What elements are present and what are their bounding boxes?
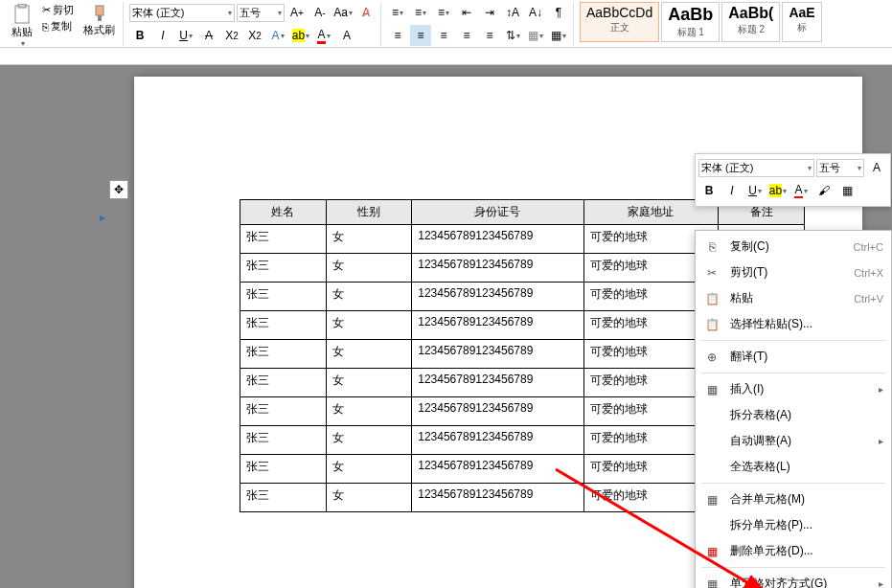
mini-grow-font-button[interactable]: A <box>866 157 887 178</box>
table-cell[interactable]: 123456789123456789 <box>412 397 583 426</box>
bold-button[interactable]: B <box>129 25 150 46</box>
table-cell[interactable]: 张三 <box>240 283 327 311</box>
table-cell[interactable]: 张三 <box>240 225 327 254</box>
ctx-auto-fit[interactable]: 自动调整(A)▸ <box>696 428 891 454</box>
subscript-button[interactable]: X2 <box>244 25 265 46</box>
table-cell[interactable]: 女 <box>326 369 412 397</box>
style-heading3[interactable]: AaE标 <box>782 2 821 42</box>
shrink-font-button[interactable]: A- <box>309 2 331 23</box>
ctx-select-all-table[interactable]: 全选表格(L) <box>696 454 891 480</box>
distribute-button[interactable]: ≡ <box>479 25 500 46</box>
cut-button[interactable]: ✂剪切 <box>38 2 78 18</box>
table-cell[interactable]: 张三 <box>240 397 327 426</box>
align-left-button[interactable]: ≡ <box>387 25 408 46</box>
ctx-delete-cells[interactable]: ▦删除单元格(D)... <box>696 538 891 564</box>
table-cell[interactable]: 女 <box>326 225 412 254</box>
comment-indicator-icon[interactable]: ▸ <box>100 211 105 224</box>
sort-button[interactable]: A↓ <box>525 2 546 23</box>
show-marks-button[interactable]: ¶ <box>548 2 569 23</box>
table-cell[interactable]: 张三 <box>240 340 327 369</box>
mini-italic-button[interactable]: I <box>721 180 743 201</box>
table-cell[interactable]: 123456789123456789 <box>412 311 583 340</box>
table-cell[interactable]: 女 <box>326 311 412 340</box>
copy-button[interactable]: ⎘复制 <box>38 18 78 34</box>
shading-button[interactable]: ▦▾ <box>525 25 546 46</box>
align-center-button[interactable]: ≡ <box>410 25 431 46</box>
paste-button[interactable]: 粘贴▾ <box>8 2 36 50</box>
table-cell[interactable]: 女 <box>326 283 412 311</box>
highlight-button[interactable]: ab▾ <box>290 25 311 46</box>
table-cell[interactable]: 女 <box>326 484 412 512</box>
table-cell[interactable]: 123456789123456789 <box>412 283 583 311</box>
table-cell[interactable]: 123456789123456789 <box>412 340 583 369</box>
table-cell[interactable]: 张三 <box>240 369 327 397</box>
line-spacing-button[interactable]: ⇅▾ <box>502 25 523 46</box>
table-cell[interactable]: 张三 <box>240 254 327 283</box>
font-size-select[interactable]: 五号▾ <box>237 4 285 22</box>
mini-bold-button[interactable]: B <box>698 180 720 201</box>
ctx-merge-cells[interactable]: ▦合并单元格(M) <box>696 486 891 512</box>
horizontal-ruler[interactable] <box>0 48 892 65</box>
style-heading1[interactable]: AaBb标题 1 <box>661 2 720 42</box>
table-cell[interactable]: 女 <box>326 254 412 283</box>
multilevel-button[interactable]: ≡▾ <box>433 2 454 23</box>
mini-borders-button[interactable]: ▦ <box>836 180 858 201</box>
ctx-split-cells[interactable]: 拆分单元格(P)... <box>696 512 891 538</box>
table-cell[interactable]: 123456789123456789 <box>412 426 583 455</box>
mini-format-painter-button[interactable]: 🖌 <box>813 180 835 201</box>
ctx-paste[interactable]: 📋粘贴Ctrl+V <box>696 285 891 311</box>
table-cell[interactable]: 123456789123456789 <box>412 455 583 484</box>
align-right-button[interactable]: ≡ <box>433 25 454 46</box>
style-heading2[interactable]: AaBb(标题 2 <box>721 2 780 42</box>
table-header[interactable]: 性别 <box>326 200 412 225</box>
table-cell[interactable]: 张三 <box>240 426 327 455</box>
clear-format-button[interactable]: A̷ <box>355 2 377 23</box>
table-cell[interactable]: 女 <box>326 340 412 369</box>
mini-font-family-select[interactable]: 宋体 (正文)▾ <box>698 159 814 177</box>
table-cell[interactable]: 123456789123456789 <box>412 369 583 397</box>
table-cell[interactable]: 张三 <box>240 311 327 340</box>
ctx-cut[interactable]: ✂剪切(T)Ctrl+X <box>696 260 891 285</box>
format-painter-button[interactable]: 格式刷 <box>80 2 119 39</box>
ctx-insert[interactable]: ▦插入(I)▸ <box>696 376 891 402</box>
table-cell[interactable]: 女 <box>326 397 412 426</box>
style-normal[interactable]: AaBbCcDd正文 <box>580 2 659 42</box>
ctx-split-table[interactable]: 拆分表格(A) <box>696 402 891 428</box>
text-direction-button[interactable]: ↕A <box>502 2 523 23</box>
table-header[interactable]: 身份证号 <box>412 200 583 225</box>
ctx-cell-align[interactable]: ▦单元格对齐方式(G)▸ <box>696 571 891 588</box>
table-cell[interactable]: 张三 <box>240 455 327 484</box>
font-color-button[interactable]: A▾ <box>313 25 334 46</box>
table-header[interactable]: 姓名 <box>240 200 327 225</box>
table-cell[interactable]: 123456789123456789 <box>412 484 583 512</box>
table-cell[interactable]: 123456789123456789 <box>412 254 583 283</box>
grow-font-button[interactable]: A+ <box>286 2 308 23</box>
mini-font-size-select[interactable]: 五号▾ <box>816 159 864 177</box>
strike-button[interactable]: A <box>198 25 219 46</box>
mini-highlight-button[interactable]: ab▾ <box>767 180 789 201</box>
decrease-indent-button[interactable]: ⇤ <box>456 2 477 23</box>
text-effects-button[interactable]: A▾ <box>267 25 288 46</box>
ctx-copy[interactable]: ⎘复制(C)Ctrl+C <box>696 234 891 260</box>
underline-button[interactable]: U▾ <box>175 25 196 46</box>
borders-button[interactable]: ▦▾ <box>548 25 569 46</box>
font-family-select[interactable]: 宋体 (正文)▾ <box>129 4 235 22</box>
numbering-button[interactable]: ≡▾ <box>410 2 431 23</box>
char-shading-button[interactable]: A <box>336 25 357 46</box>
table-cell[interactable]: 女 <box>326 426 412 455</box>
justify-button[interactable]: ≡ <box>456 25 477 46</box>
mini-font-color-button[interactable]: A▾ <box>790 180 812 201</box>
superscript-button[interactable]: X2 <box>221 25 242 46</box>
italic-button[interactable]: I <box>152 25 173 46</box>
bullets-button[interactable]: ≡▾ <box>387 2 408 23</box>
mini-toolbar: 宋体 (正文)▾ 五号▾ A B I U▾ ab▾ A▾ 🖌 ▦ <box>695 153 891 207</box>
change-case-button[interactable]: Aa▾ <box>332 2 354 23</box>
ctx-translate[interactable]: ⊕翻译(T) <box>696 344 891 370</box>
increase-indent-button[interactable]: ⇥ <box>479 2 500 23</box>
table-cell[interactable]: 女 <box>326 455 412 484</box>
table-cell[interactable]: 123456789123456789 <box>412 225 583 254</box>
table-move-handle[interactable]: ✥ <box>109 180 128 199</box>
table-cell[interactable]: 张三 <box>240 484 327 512</box>
ctx-paste-special[interactable]: 📋选择性粘贴(S)... <box>696 311 891 337</box>
mini-underline-button[interactable]: U▾ <box>744 180 766 201</box>
